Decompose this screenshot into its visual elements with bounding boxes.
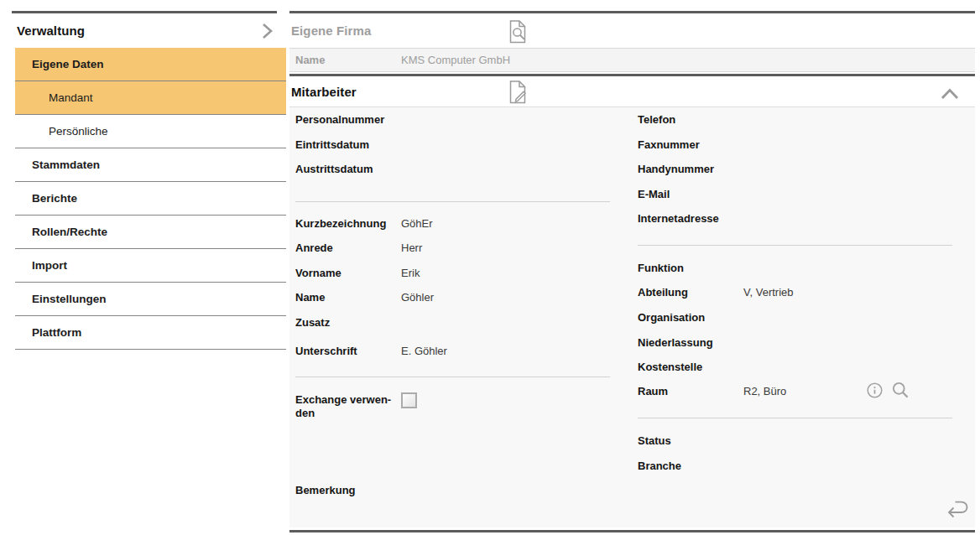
sidebar-item-plattform[interactable]: Plattform xyxy=(15,316,286,350)
field-row-status: Status xyxy=(638,434,952,448)
field-label: Kurzbezeichnung xyxy=(295,217,401,231)
sidebar-item-berichte[interactable]: Berichte xyxy=(15,182,286,216)
field-value[interactable] xyxy=(401,316,502,329)
sidebar-item-label: Mandant xyxy=(49,91,93,104)
field-label: Funktion xyxy=(638,262,743,275)
form-column-left: Personalnummer Eintrittsdatum Austrittsd… xyxy=(295,107,610,527)
bottom-border xyxy=(289,530,975,532)
sidebar-item-label: Berichte xyxy=(32,192,77,205)
field-row-zusatz: Zusatz xyxy=(295,316,610,330)
field-label: Name xyxy=(295,291,401,304)
group-divider xyxy=(295,377,610,377)
field-value[interactable] xyxy=(401,113,502,126)
field-value[interactable] xyxy=(743,138,844,151)
field-label: Telefon xyxy=(638,113,743,127)
field-value[interactable] xyxy=(743,212,844,225)
field-label: Niederlassung xyxy=(638,336,743,350)
sidebar-item-persoenliche[interactable]: Persönliche xyxy=(15,115,286,148)
field-label: Personalnummer xyxy=(295,113,401,127)
field-value[interactable]: Herr xyxy=(401,242,502,255)
field-label: Anrede xyxy=(295,242,401,255)
employee-section-header: Mitarbeiter xyxy=(289,76,975,106)
field-value[interactable] xyxy=(743,336,844,349)
field-label: Raum xyxy=(638,385,743,398)
search-icon[interactable] xyxy=(891,381,910,399)
chevron-up-icon[interactable] xyxy=(940,87,960,100)
field-row-organisation: Organisation xyxy=(638,311,952,325)
field-row-personalnummer: Personalnummer xyxy=(295,113,610,127)
field-value[interactable] xyxy=(401,138,502,151)
field-label: Handynummer xyxy=(638,163,743,176)
field-label: Organisation xyxy=(638,311,743,325)
sidebar-item-import[interactable]: Import xyxy=(15,249,286,283)
company-name-row: Name KMS Computer GmbH xyxy=(289,48,975,72)
exchange-checkbox[interactable] xyxy=(401,392,417,408)
field-value[interactable]: GöhEr xyxy=(401,217,502,231)
company-section-title: Eigene Firma xyxy=(289,23,371,38)
group-divider xyxy=(638,245,952,246)
form-column-right: Telefon Faxnummer Handynummer E-Mail Int… xyxy=(638,107,952,527)
field-value[interactable] xyxy=(743,361,844,373)
sidebar-item-eigene-daten[interactable]: Eigene Daten xyxy=(15,48,286,81)
field-row-name: NameGöhler xyxy=(295,291,610,304)
sidebar-header: Verwaltung xyxy=(12,11,277,48)
raum-field-icons xyxy=(866,381,910,399)
sidebar-item-label: Import xyxy=(32,259,67,272)
field-row-eintrittsdatum: Eintrittsdatum xyxy=(295,138,610,152)
field-row-bemerkung: Bemerkung xyxy=(295,484,610,497)
sidebar-item-label: Persönliche xyxy=(49,125,108,138)
field-label: Status xyxy=(638,434,743,448)
undo-arrow-icon[interactable] xyxy=(943,498,970,520)
sidebar-item-label: Eigene Daten xyxy=(32,58,104,70)
field-row-kostenstelle: Kostenstelle xyxy=(638,361,952,374)
field-value[interactable]: Göhler xyxy=(401,291,502,304)
field-value[interactable]: R2, Büro xyxy=(743,385,844,398)
field-value[interactable] xyxy=(743,163,844,175)
field-value[interactable]: Erik xyxy=(401,267,502,280)
field-row-abteilung: AbteilungV, Vertrieb xyxy=(638,286,952,299)
employee-section-title: Mitarbeiter xyxy=(289,85,357,99)
field-value[interactable]: V, Vertrieb xyxy=(743,286,844,299)
company-name-label: Name xyxy=(289,54,401,66)
field-value[interactable] xyxy=(401,484,502,496)
company-section-header[interactable]: Eigene Firma xyxy=(289,13,975,48)
field-label: Zusatz xyxy=(295,316,401,330)
field-row-handynummer: Handynummer xyxy=(638,163,952,176)
sidebar-item-label: Plattform xyxy=(32,326,81,339)
field-row-branche: Branche xyxy=(638,460,952,473)
chevron-right-icon[interactable] xyxy=(258,21,277,41)
sidebar-item-rollen-rechte[interactable]: Rollen/Rechte xyxy=(15,216,286,249)
document-edit-icon[interactable] xyxy=(506,80,529,105)
field-value[interactable] xyxy=(743,113,844,126)
sidebar-item-einstellungen[interactable]: Einstellungen xyxy=(15,283,286,316)
field-row-austrittsdatum: Austrittsdatum xyxy=(295,163,610,176)
field-value[interactable] xyxy=(743,460,844,472)
field-row-telefon: Telefon xyxy=(638,113,952,127)
field-value[interactable] xyxy=(743,311,844,324)
field-value[interactable] xyxy=(743,434,844,447)
employee-form: Personalnummer Eintrittsdatum Austrittsd… xyxy=(289,106,975,527)
field-label: Branche xyxy=(638,460,743,473)
document-search-icon[interactable] xyxy=(506,19,529,44)
field-value[interactable] xyxy=(743,188,844,200)
field-label: Eintrittsdatum xyxy=(295,138,401,152)
sidebar-item-mandant[interactable]: Mandant xyxy=(15,81,286,115)
sidebar-item-label: Stammdaten xyxy=(32,158,100,171)
field-row-niederlassung: Niederlassung xyxy=(638,336,952,350)
field-label: Kostenstelle xyxy=(638,361,743,374)
field-value[interactable] xyxy=(401,163,502,175)
field-row-funktion: Funktion xyxy=(638,262,952,275)
sidebar-title: Verwaltung xyxy=(12,23,85,38)
field-row-kurzbezeichnung: KurzbezeichnungGöhEr xyxy=(295,217,610,231)
field-row-vorname: VornameErik xyxy=(295,267,610,280)
main-panel: Eigene Firma Name KMS Computer GmbH Mita… xyxy=(289,11,975,532)
field-label: Abteilung xyxy=(638,286,743,299)
info-icon[interactable] xyxy=(866,382,884,399)
sidebar: Verwaltung Eigene Daten Mandant Persönli… xyxy=(0,11,286,350)
field-value[interactable]: E. Göhler xyxy=(401,345,502,358)
field-label: Bemerkung xyxy=(295,484,401,497)
sidebar-item-stammdaten[interactable]: Stammdaten xyxy=(15,148,286,182)
sidebar-item-label: Rollen/Rechte xyxy=(32,226,107,238)
field-label: Faxnummer xyxy=(638,138,743,152)
field-value[interactable] xyxy=(743,262,844,274)
